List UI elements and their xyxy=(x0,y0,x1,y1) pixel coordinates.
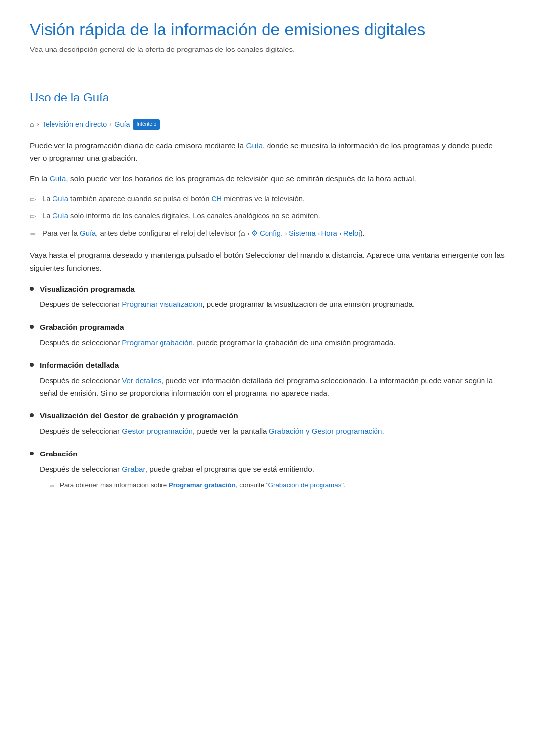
bullet-header-1: Visualización programada xyxy=(30,283,505,296)
sub-note-text: Para obtener más información sobre Progr… xyxy=(60,480,346,491)
link-guia-note-2[interactable]: Guía xyxy=(53,212,68,220)
nav-arrow-1: › xyxy=(247,230,251,237)
note-text-1: La Guía también aparece cuando se pulsa … xyxy=(42,193,305,204)
home-icon: ⌂ xyxy=(30,119,34,130)
link-programar-visualizacion[interactable]: Programar visualización xyxy=(122,300,202,308)
bullet-list: Visualización programada Después de sele… xyxy=(30,283,505,492)
note-item-1: ✏ La Guía también aparece cuando se puls… xyxy=(30,193,505,205)
bullet-desc-1: Después de seleccionar Programar visuali… xyxy=(30,299,505,310)
section-divider xyxy=(30,74,505,74)
breadcrumb-arrow-1: › xyxy=(37,120,39,130)
link-grabar[interactable]: Grabar xyxy=(122,465,145,473)
bullet-title-3: Información detallada xyxy=(40,359,119,372)
bullet-title-5: Grabación xyxy=(40,448,78,460)
link-grabacion-gestor[interactable]: Grabación y Gestor programación xyxy=(269,427,382,435)
breadcrumb-tv-directo[interactable]: Televisión en directo xyxy=(42,119,107,130)
link-guia-note-1[interactable]: Guía xyxy=(53,195,68,202)
breadcrumb-badge: Inténtelo xyxy=(133,119,160,130)
notes-list: ✏ La Guía también aparece cuando se puls… xyxy=(30,193,505,240)
link-ver-detalles[interactable]: Ver detalles xyxy=(122,376,161,385)
breadcrumb-guia[interactable]: Guía xyxy=(114,119,130,130)
link-guia-note-3[interactable]: Guía xyxy=(80,229,96,237)
bullet-title-1: Visualización programada xyxy=(40,283,135,296)
bullet-dot-3 xyxy=(30,363,34,367)
link-hora[interactable]: Hora xyxy=(321,229,337,237)
popup-intro: Vaya hasta el programa deseado y manteng… xyxy=(30,249,505,274)
bullet-title-4: Visualización del Gestor de grabación y … xyxy=(40,410,238,422)
bullet-dot-2 xyxy=(30,325,34,329)
bullet-title-2: Grabación programada xyxy=(40,321,124,334)
bullet-desc-5: Después de seleccionar Grabar, puede gra… xyxy=(30,463,505,492)
bullet-header-2: Grabación programada xyxy=(30,321,505,334)
bullet-header-3: Información detallada xyxy=(30,359,505,372)
bullet-item-3: Información detallada Después de selecci… xyxy=(30,359,505,399)
link-guia-1[interactable]: Guía xyxy=(246,141,263,150)
link-guia-2[interactable]: Guía xyxy=(50,174,66,183)
intro-paragraph-1: Puede ver la programación diaria de cada… xyxy=(30,139,505,164)
bullet-desc-3: Después de seleccionar Ver detalles, pue… xyxy=(30,375,505,399)
section-title: Uso de la Guía xyxy=(30,88,505,109)
bullet-header-4: Visualización del Gestor de grabación y … xyxy=(30,410,505,422)
bullet-item-4: Visualización del Gestor de grabación y … xyxy=(30,410,505,437)
nav-arrow-4: › xyxy=(339,230,343,237)
link-programar-grabacion-sub[interactable]: Programar grabación xyxy=(169,481,236,489)
page-title: Visión rápida de la información de emisi… xyxy=(30,20,505,40)
pencil-icon-sub: ✏ xyxy=(50,481,55,492)
nav-gear-icon: ⚙ xyxy=(251,229,258,237)
bullet-dot-5 xyxy=(30,452,34,455)
bullet-dot-4 xyxy=(30,413,34,417)
note-item-2: ✏ La Guía solo informa de los canales di… xyxy=(30,210,505,223)
pencil-icon-3: ✏ xyxy=(30,229,36,240)
link-grabacion-programas[interactable]: Grabación de programas xyxy=(268,481,342,489)
link-reloj[interactable]: Reloj xyxy=(343,229,360,237)
bullet-desc-4: Después de seleccionar Gestor programaci… xyxy=(30,425,505,437)
note-text-2: La Guía solo informa de los canales digi… xyxy=(42,210,320,222)
breadcrumb: ⌂ › Televisión en directo › Guía Inténte… xyxy=(30,119,505,130)
pencil-icon-2: ✏ xyxy=(30,211,36,223)
bullet-item-5: Grabación Después de seleccionar Grabar,… xyxy=(30,448,505,492)
bullet-item-2: Grabación programada Después de seleccio… xyxy=(30,321,505,349)
link-ch[interactable]: CH xyxy=(212,195,222,202)
bullet-header-5: Grabación xyxy=(30,448,505,460)
nav-arrow-3: › xyxy=(318,230,321,237)
bullet-desc-2: Después de seleccionar Programar grabaci… xyxy=(30,337,505,349)
link-gestor-programacion[interactable]: Gestor programación xyxy=(122,427,193,435)
sub-note-item-1: ✏ Para obtener más información sobre Pro… xyxy=(50,480,505,492)
page-subtitle: Vea una descripción general de la oferta… xyxy=(30,44,505,55)
link-config[interactable]: Config. xyxy=(260,229,283,237)
sub-note-list: ✏ Para obtener más información sobre Pro… xyxy=(50,480,505,492)
nav-arrow-2: › xyxy=(285,230,289,237)
bullet-item-1: Visualización programada Después de sele… xyxy=(30,283,505,310)
link-programar-grabacion[interactable]: Programar grabación xyxy=(122,338,193,347)
note-text-3: Para ver la Guía, antes debe configurar … xyxy=(42,228,365,239)
nav-home-icon: ⌂ xyxy=(241,229,245,237)
breadcrumb-arrow-2: › xyxy=(109,120,111,130)
bullet-dot-1 xyxy=(30,287,34,291)
link-sistema[interactable]: Sistema xyxy=(289,229,316,237)
note-item-3: ✏ Para ver la Guía, antes debe configura… xyxy=(30,228,505,240)
intro-paragraph-2: En la Guía, solo puede ver los horarios … xyxy=(30,172,505,185)
pencil-icon-1: ✏ xyxy=(30,194,36,205)
